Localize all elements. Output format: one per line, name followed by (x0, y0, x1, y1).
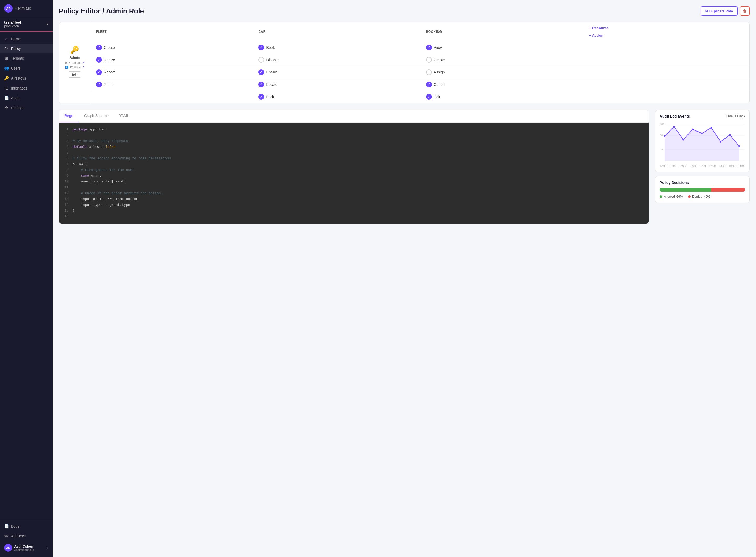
car-column-header: CAR (253, 22, 420, 41)
chevron-down-icon: ▾ (744, 114, 745, 118)
audit-chart: 100 90 75 (660, 121, 745, 164)
user-profile[interactable]: AC Asaf Cohen Asaf@permit.io › (0, 541, 53, 555)
line-content: package app.rbac (73, 127, 644, 133)
allowed-dot (660, 195, 662, 198)
allowed-pct: 60% (676, 195, 683, 199)
sidebar-item-docs[interactable]: 📄 Docs (0, 521, 53, 531)
booking-perm-0: View (421, 41, 584, 54)
svg-point-12 (710, 127, 712, 128)
bottom-section: Rego Graph Scheme YAML 1package app.rbac… (59, 110, 750, 224)
sidebar-item-tenants[interactable]: ⊞ Tenants (0, 53, 53, 63)
permission-checkbox-checked[interactable] (258, 45, 264, 50)
code-line: 16 (63, 214, 644, 219)
svg-point-14 (729, 134, 731, 136)
tab-rego[interactable]: Rego (59, 110, 79, 122)
line-content: allow { (73, 162, 644, 167)
workspace-selector[interactable]: tesla/fleet production ▾ (0, 17, 53, 32)
line-number: 7 (63, 162, 68, 167)
role-cell: 🔑 Admin ⊞ 5 Tenants ↗ 👥 12 Users ↗ (59, 41, 91, 103)
code-line: 12 # Check if the grant permits the acti… (63, 190, 644, 196)
booking-column-header: BOOKING (421, 22, 584, 41)
fleet-perm-3: Retire (91, 79, 253, 91)
permission-checkbox-unchecked[interactable] (258, 57, 264, 63)
tenants-link[interactable]: ↗ (82, 61, 85, 64)
add-action-button[interactable]: + Action (589, 34, 744, 37)
sidebar-item-interfaces[interactable]: 🖥 Interfaces (0, 83, 53, 93)
duplicate-role-button[interactable]: ⧉ Duplicate Role (701, 6, 738, 16)
permission-checkbox-checked[interactable] (96, 57, 102, 63)
sidebar-item-home[interactable]: ⌂ Home (0, 34, 53, 43)
line-content: input.action == grant.action (73, 196, 644, 202)
add-resource-button[interactable]: + Resource (589, 26, 744, 30)
permission-checkbox-checked[interactable] (426, 82, 432, 87)
sidebar-item-audit[interactable]: 📄 Audit (0, 93, 53, 103)
table-header-row: FLEET CAR BOOKING + Resource + Action (59, 22, 750, 41)
chevron-down-icon: ▾ (47, 22, 48, 26)
permission-checkbox-checked[interactable] (96, 69, 102, 75)
sidebar-item-policy[interactable]: 🛡 Policy (0, 43, 53, 53)
denied-bar (711, 188, 745, 192)
line-content (73, 133, 644, 138)
svg-point-7 (664, 135, 665, 137)
logo-icon: AP (4, 4, 12, 12)
permission-checkbox-checked[interactable] (426, 45, 432, 50)
fleet-perm-4 (91, 91, 253, 103)
time-select[interactable]: Time: 1 Day ▾ (726, 114, 745, 118)
code-line: 14 input.type == grant.type (63, 202, 644, 208)
denied-pct: 40% (704, 195, 710, 199)
permission-checkbox-checked[interactable] (426, 94, 432, 100)
code-line: 4default allow = false (63, 144, 644, 150)
permission-checkbox-checked[interactable] (258, 69, 264, 75)
car-perm-2: Enable (253, 66, 420, 79)
role-name: Admin (64, 55, 85, 59)
chart-area: 100 90 75 (660, 121, 745, 164)
role-edit-button[interactable]: Edit (68, 71, 81, 78)
table-row: Retire Locate Cancel (59, 79, 750, 91)
code-line: 7allow { (63, 162, 644, 167)
logo-area: AP Permit.io (0, 0, 53, 17)
sidebar-item-apidocs[interactable]: </> Api Docs (0, 531, 53, 541)
docs-icon: 📄 (4, 524, 8, 529)
users-link[interactable]: ↗ (82, 66, 85, 68)
line-content: input.type == grant.type (73, 202, 644, 208)
booking-perm-2: Assign (421, 66, 584, 79)
car-perm-3: Locate (253, 79, 420, 91)
decisions-title: Policy Decisions (660, 181, 745, 185)
svg-point-10 (692, 128, 694, 130)
permission-checkbox-unchecked[interactable] (426, 57, 432, 63)
permission-checkbox-checked[interactable] (96, 82, 102, 87)
audit-header: Audit Log Events Time: 1 Day ▾ (660, 114, 745, 118)
sidebar-item-users[interactable]: 👥 Users (0, 63, 53, 73)
table-row: Lock Edit (59, 91, 750, 103)
delete-role-button[interactable]: 🗑 (740, 6, 750, 16)
code-editor: 1package app.rbac23# By default, deny re… (59, 123, 649, 224)
sidebar-item-label: Interfaces (11, 86, 27, 90)
right-panels: Audit Log Events Time: 1 Day ▾ 100 90 75 (655, 110, 750, 224)
policy-decisions-card: Policy Decisions Allowed 60% Denied 40% (655, 176, 750, 203)
sidebar-item-label: Audit (11, 96, 20, 100)
sidebar-item-label: Policy (11, 47, 21, 51)
tab-graph-scheme[interactable]: Graph Scheme (79, 110, 114, 122)
line-number: 1 (63, 127, 68, 133)
permission-checkbox-unchecked[interactable] (426, 69, 432, 75)
line-number: 5 (63, 150, 68, 156)
line-number: 6 (63, 156, 68, 162)
permission-checkbox-checked[interactable] (258, 82, 264, 87)
line-content (73, 214, 644, 219)
users-icon-sm: 👥 (65, 65, 68, 69)
permission-checkbox-checked[interactable] (96, 45, 102, 50)
sidebar-item-label: Docs (11, 524, 20, 528)
policy-table: FLEET CAR BOOKING + Resource + Action 🔑 … (59, 22, 750, 103)
booking-perm-3: Cancel (421, 79, 584, 91)
line-number: 14 (63, 202, 68, 208)
sidebar-item-settings[interactable]: ⚙ Settings (0, 103, 53, 113)
line-content: # Allow the action according to role per… (73, 156, 644, 162)
code-line: 5 (63, 150, 644, 156)
page-title: Policy Editor / Admin Role (59, 7, 144, 15)
tab-yaml[interactable]: YAML (114, 110, 134, 122)
code-line: 3# By default, deny requests. (63, 138, 644, 144)
denied-dot (688, 195, 691, 198)
sidebar-item-apikeys[interactable]: 🔑 API Keys (0, 73, 53, 83)
permission-checkbox-checked[interactable] (258, 94, 264, 100)
line-number: 2 (63, 133, 68, 138)
